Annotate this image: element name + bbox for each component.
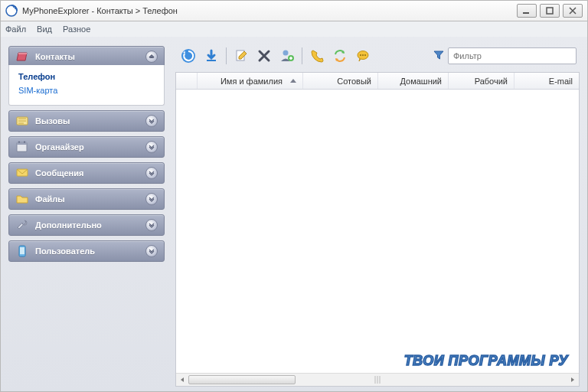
column-mobile[interactable]: Сотовый bbox=[303, 73, 378, 89]
separator bbox=[226, 47, 227, 64]
sidebar-label: Органайзер bbox=[35, 142, 145, 152]
chevron-down-icon bbox=[145, 141, 158, 153]
menubar: Файл Вид Разное bbox=[0, 21, 588, 37]
sidebar-item-messages[interactable]: Сообщения bbox=[8, 162, 165, 184]
menu-view[interactable]: Вид bbox=[37, 24, 52, 34]
files-icon bbox=[15, 192, 29, 206]
column-work[interactable]: Рабочий bbox=[449, 73, 514, 89]
contacts-icon bbox=[15, 50, 29, 64]
sidebar-label: Вызовы bbox=[35, 116, 145, 126]
sidebar-item-organizer[interactable]: Органайзер bbox=[8, 136, 165, 158]
sync-button[interactable] bbox=[330, 46, 350, 66]
organizer-icon bbox=[15, 140, 29, 154]
sidebar-item-extras[interactable]: Дополнительно bbox=[8, 214, 165, 236]
maximize-button[interactable] bbox=[540, 4, 560, 18]
chevron-down-icon bbox=[145, 167, 158, 179]
scroll-thumb[interactable] bbox=[188, 375, 296, 384]
calls-icon bbox=[15, 114, 29, 128]
chevron-down-icon bbox=[145, 115, 158, 127]
chevron-up-icon bbox=[145, 51, 158, 63]
refresh-button[interactable] bbox=[178, 46, 198, 66]
data-grid: Имя и фамилия Сотовый Домашний Рабочий E… bbox=[175, 72, 580, 387]
column-label: E-mail bbox=[549, 77, 573, 86]
svg-rect-5 bbox=[17, 142, 27, 145]
filter-input[interactable] bbox=[448, 47, 577, 64]
add-user-button[interactable] bbox=[277, 46, 297, 66]
menu-misc[interactable]: Разное bbox=[63, 24, 90, 34]
sidebar-item-user[interactable]: Пользователь bbox=[8, 240, 165, 262]
phone-icon bbox=[15, 244, 29, 258]
close-button[interactable] bbox=[563, 4, 583, 18]
call-button[interactable] bbox=[307, 46, 327, 66]
sidebar-label: Пользователь bbox=[35, 247, 145, 256]
sidebar-sub-sim[interactable]: SIM-карта bbox=[17, 83, 156, 97]
chevron-down-icon bbox=[145, 245, 158, 257]
svg-rect-2 bbox=[547, 8, 553, 14]
column-icon[interactable] bbox=[176, 73, 198, 89]
sidebar: Контакты Телефон SIM-карта Вызовы Органа… bbox=[1, 37, 172, 391]
separator bbox=[302, 47, 302, 64]
toolbar bbox=[175, 44, 580, 67]
sidebar-item-calls[interactable]: Вызовы bbox=[8, 110, 165, 132]
svg-point-7 bbox=[24, 142, 25, 143]
menu-file[interactable]: Файл bbox=[5, 24, 26, 34]
column-label: Имя и фамилия bbox=[220, 77, 283, 86]
app-icon bbox=[5, 5, 18, 17]
window-title: MyPhoneExplorer - Контакты > Телефон bbox=[22, 6, 178, 15]
download-button[interactable] bbox=[201, 46, 221, 66]
sidebar-item-contacts[interactable]: Контакты bbox=[8, 46, 165, 67]
sidebar-sub-phone[interactable]: Телефон bbox=[17, 70, 156, 83]
svg-point-6 bbox=[18, 142, 20, 143]
content-area: Имя и фамилия Сотовый Домашний Рабочий E… bbox=[172, 37, 587, 391]
filter-icon[interactable] bbox=[433, 49, 445, 63]
column-label: Рабочий bbox=[475, 77, 508, 86]
chevron-down-icon bbox=[145, 219, 158, 231]
svg-point-14 bbox=[283, 51, 289, 56]
svg-rect-1 bbox=[523, 12, 529, 14]
svg-point-18 bbox=[362, 54, 364, 56]
sidebar-label: Дополнительно bbox=[35, 220, 145, 230]
chat-button[interactable] bbox=[353, 46, 373, 66]
messages-icon bbox=[15, 166, 29, 180]
column-label: Домашний bbox=[400, 77, 442, 86]
sidebar-item-files[interactable]: Файлы bbox=[8, 188, 165, 210]
svg-rect-10 bbox=[20, 247, 24, 254]
column-label: Сотовый bbox=[337, 77, 371, 86]
svg-point-19 bbox=[364, 54, 366, 56]
horizontal-scrollbar[interactable] bbox=[176, 373, 579, 386]
svg-rect-12 bbox=[207, 60, 216, 61]
column-home[interactable]: Домашний bbox=[378, 73, 449, 89]
scroll-grip-icon bbox=[375, 376, 381, 384]
titlebar: MyPhoneExplorer - Контакты > Телефон bbox=[0, 0, 588, 21]
edit-button[interactable] bbox=[231, 46, 251, 66]
grid-header: Имя и фамилия Сотовый Домашний Рабочий E… bbox=[176, 73, 579, 90]
grid-body bbox=[176, 90, 579, 373]
sidebar-label: Контакты bbox=[35, 52, 145, 61]
scroll-left-icon[interactable] bbox=[176, 374, 188, 386]
column-email[interactable]: E-mail bbox=[514, 73, 579, 89]
sort-asc-icon bbox=[290, 79, 296, 83]
column-name[interactable]: Имя и фамилия bbox=[198, 73, 303, 89]
scroll-right-icon[interactable] bbox=[567, 374, 579, 386]
sidebar-label: Файлы bbox=[35, 194, 145, 204]
sidebar-label: Сообщения bbox=[35, 168, 145, 178]
delete-button[interactable] bbox=[254, 46, 274, 66]
svg-point-17 bbox=[360, 54, 361, 56]
minimize-button[interactable] bbox=[517, 4, 537, 18]
wrench-icon bbox=[15, 218, 29, 232]
chevron-down-icon bbox=[145, 193, 158, 205]
contacts-submenu: Телефон SIM-карта bbox=[8, 65, 165, 106]
